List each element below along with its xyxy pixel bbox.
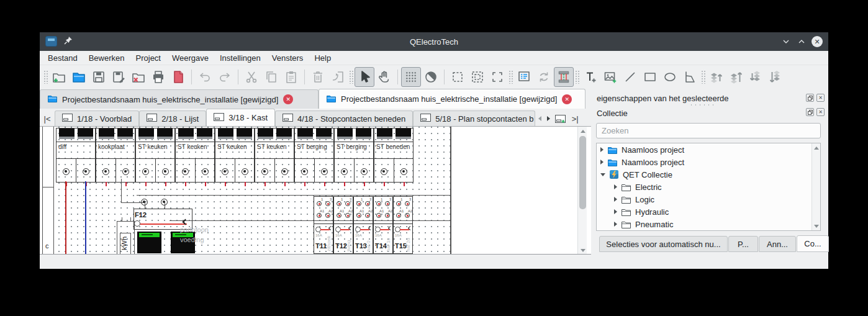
next-tab-icon[interactable]: [544, 111, 553, 126]
conductor-tool-icon[interactable]: [554, 67, 574, 87]
menu-help[interactable]: Help: [309, 52, 337, 64]
project-tab[interactable]: Projectbestandsnaam huis_elektrische_ins…: [319, 89, 585, 109]
breaker-element[interactable]: kookplaat: [96, 128, 135, 183]
undo-icon[interactable]: [195, 67, 215, 87]
dock-float-icon[interactable]: [806, 108, 814, 116]
menu-vensters[interactable]: Vensters: [266, 52, 309, 64]
diagram-properties-icon[interactable]: [514, 67, 534, 87]
scroll-up-icon[interactable]: [578, 127, 587, 135]
breaker-element[interactable]: ST beneden: [374, 128, 414, 183]
rectangle-tool-icon[interactable]: [640, 67, 660, 87]
toolbar-handle[interactable]: [43, 70, 48, 84]
terminal[interactable]: [141, 199, 148, 205]
relay-element[interactable]: 13A1A216AT11zithoek: [314, 196, 333, 254]
toolbar-handle[interactable]: [575, 70, 579, 84]
terminal[interactable]: [161, 199, 168, 205]
selection-area-icon[interactable]: [448, 67, 468, 87]
line-tool-icon[interactable]: [620, 67, 640, 87]
redo-icon[interactable]: [215, 67, 235, 87]
paste-special-icon[interactable]: [328, 67, 348, 87]
send-to-back-icon[interactable]: [766, 67, 786, 87]
close-icon[interactable]: ✕: [811, 36, 823, 47]
new-project-icon[interactable]: [49, 67, 69, 87]
diagram-tab[interactable]: >5/18 - Plan stopcontacten b: [413, 111, 535, 126]
save-as-icon[interactable]: [109, 67, 129, 87]
polygon-tool-icon[interactable]: [680, 67, 700, 87]
menu-weergave[interactable]: Weergave: [166, 52, 214, 64]
save-icon[interactable]: [89, 67, 109, 87]
dock-tab[interactable]: Co...: [797, 235, 829, 252]
lower-icon[interactable]: [746, 67, 766, 87]
maximize-icon[interactable]: [795, 35, 808, 48]
deselect-icon[interactable]: [487, 67, 507, 87]
expand-arrow-icon[interactable]: [614, 184, 617, 189]
contrast-icon[interactable]: [421, 67, 441, 87]
print-icon[interactable]: [148, 67, 168, 87]
schematic-canvas[interactable]: c diffkookplaatST keukenST keukenST keuk…: [40, 126, 591, 255]
menu-bewerken[interactable]: Bewerken: [83, 52, 130, 64]
tab-close-icon[interactable]: ✕: [562, 94, 572, 104]
breaker-element[interactable]: ST keuken: [175, 128, 215, 183]
dock-close-icon[interactable]: ✕: [816, 108, 825, 116]
tree-item-logic[interactable]: Logic: [597, 193, 820, 205]
breaker-element[interactable]: ST berging: [294, 128, 334, 183]
relay-element[interactable]: 13A1A216AT13hal 0: [353, 196, 373, 254]
selection-mode-icon[interactable]: [355, 67, 374, 87]
collection-search-input[interactable]: [596, 123, 821, 138]
bring-to-front-icon[interactable]: [726, 67, 746, 87]
dock-splitter[interactable]: [689, 104, 714, 106]
scroll-up-icon[interactable]: [812, 143, 821, 152]
tree-item-naamloos-project[interactable]: Naamloos project: [597, 143, 820, 156]
add-diagram-icon[interactable]: [553, 111, 567, 126]
last-diagram-button[interactable]: >|: [567, 111, 582, 126]
tree-item-qet-collectie[interactable]: QET Collectie: [597, 168, 820, 181]
raise-icon[interactable]: [707, 67, 726, 87]
tree-item-hydraulic[interactable]: Hydraulic: [597, 205, 820, 218]
dock-tab[interactable]: P...: [728, 236, 758, 252]
ellipse-tool-icon[interactable]: [660, 67, 680, 87]
dock-float-icon[interactable]: [806, 94, 814, 102]
expand-arrow-icon[interactable]: [600, 173, 605, 176]
breaker-element[interactable]: ST keuken: [255, 128, 294, 183]
menu-project[interactable]: Project: [130, 52, 166, 64]
first-diagram-button[interactable]: |<: [40, 111, 55, 126]
prev-tab-icon[interactable]: [535, 111, 544, 126]
open-project-icon[interactable]: [69, 67, 89, 87]
rotate-conductor-icon[interactable]: [534, 67, 554, 87]
transformer-element[interactable]: [137, 232, 161, 253]
dock-close-icon[interactable]: ✕: [816, 94, 825, 102]
add-image-icon[interactable]: [600, 67, 620, 87]
tree-item-electric[interactable]: Electric: [597, 181, 820, 193]
expand-arrow-icon[interactable]: [614, 222, 617, 227]
add-text-icon[interactable]: [581, 67, 600, 87]
cut-icon[interactable]: [242, 67, 261, 87]
relay-element[interactable]: 13A1A216AT12living: [333, 196, 353, 254]
toolbar-handle[interactable]: [701, 70, 705, 84]
scroll-down-icon[interactable]: [578, 246, 587, 255]
expand-arrow-icon[interactable]: [600, 160, 604, 165]
toolbar-handle[interactable]: [349, 70, 353, 84]
dock-tab[interactable]: Selecties voor automatisch nu...: [599, 236, 728, 252]
close-project-icon[interactable]: [129, 67, 148, 87]
pan-mode-icon[interactable]: [374, 67, 394, 87]
breaker-element[interactable]: ST berging: [334, 128, 374, 183]
canvas-vertical-scrollbar[interactable]: [577, 127, 587, 255]
select-all-icon[interactable]: [468, 67, 487, 87]
tab-close-icon[interactable]: ✕: [283, 94, 293, 104]
delete-icon[interactable]: [308, 67, 328, 87]
expand-arrow-icon[interactable]: [614, 197, 617, 202]
diagram-tab[interactable]: >4/18 - Stopcontacten beneden: [275, 111, 413, 126]
menu-instellingen[interactable]: Instellingen: [214, 52, 266, 64]
diagram-tab[interactable]: >1/18 - Voorblad: [55, 111, 139, 126]
breaker-element[interactable]: ST keuken: [215, 128, 255, 183]
tree-item-pneumatic[interactable]: Pneumatic: [597, 218, 820, 230]
dock-tab[interactable]: Ann...: [759, 236, 796, 252]
paste-icon[interactable]: [281, 67, 301, 87]
relay-element[interactable]: 13A1A216AT15hal 2d: [393, 196, 413, 254]
scroll-down-icon[interactable]: [812, 222, 821, 230]
scrollbar-thumb[interactable]: [579, 136, 586, 209]
grid-toggle-icon[interactable]: [401, 67, 421, 87]
tree-scrollbar[interactable]: [811, 143, 820, 230]
expand-arrow-icon[interactable]: [614, 209, 617, 214]
minimize-icon[interactable]: [780, 35, 792, 48]
